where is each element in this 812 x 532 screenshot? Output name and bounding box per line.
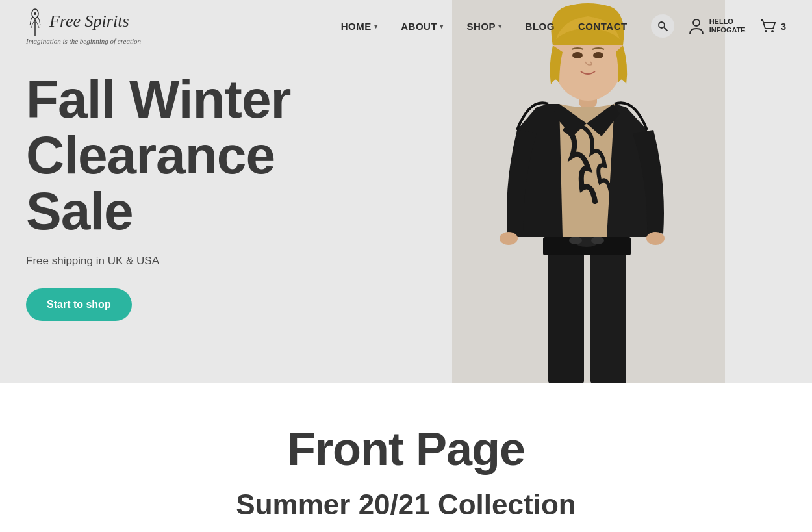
svg-point-17 xyxy=(572,52,583,58)
cart-count: 3 xyxy=(781,21,786,32)
svg-point-5 xyxy=(693,19,700,26)
chevron-down-icon: ▾ xyxy=(374,23,378,30)
svg-point-7 xyxy=(771,30,774,32)
hero-content: Fall Winter Clearance Sale Free shipping… xyxy=(0,58,447,334)
brand-name: Free Spirits xyxy=(49,12,129,31)
search-icon xyxy=(657,20,668,32)
nav-contact[interactable]: CONTACT xyxy=(578,21,628,32)
main-nav: HOME ▾ ABOUT ▾ SHOP ▾ BLOG CONTACT xyxy=(341,21,628,32)
site-header: Free Spirits Imagination is the beginnin… xyxy=(0,0,812,52)
svg-rect-10 xyxy=(590,247,626,383)
svg-point-13 xyxy=(569,236,582,244)
hero-section: Fall Winter Clearance Sale Free shipping… xyxy=(0,0,812,383)
model-illustration xyxy=(452,0,725,383)
logo-tagline: Imagination is the beginning of creation xyxy=(26,37,141,45)
svg-point-19 xyxy=(500,232,518,245)
chevron-down-icon: ▾ xyxy=(498,23,502,30)
svg-point-2 xyxy=(34,12,36,15)
svg-point-3 xyxy=(659,22,665,28)
search-button[interactable] xyxy=(651,14,674,38)
logo-icon xyxy=(26,7,44,36)
hero-subtitle: Free shipping in UK & USA xyxy=(26,255,421,268)
nav-blog[interactable]: BLOG xyxy=(526,21,555,32)
hero-title: Fall Winter Clearance Sale xyxy=(26,71,421,239)
logo-area: Free Spirits Imagination is the beginnin… xyxy=(26,7,141,45)
svg-point-18 xyxy=(593,52,603,58)
logo-title[interactable]: Free Spirits xyxy=(26,7,129,36)
collection-title: Summer 20/21 Collection xyxy=(26,488,786,521)
nav-home[interactable]: HOME ▾ xyxy=(341,21,378,32)
nav-about[interactable]: ABOUT ▾ xyxy=(401,21,443,32)
below-fold-section: Front Page Summer 20/21 Collection xyxy=(0,383,812,532)
svg-line-4 xyxy=(664,27,667,31)
svg-rect-9 xyxy=(548,247,584,383)
front-page-title: Front Page xyxy=(26,422,786,475)
svg-point-6 xyxy=(765,30,767,32)
shop-cta-button[interactable]: Start to shop xyxy=(26,288,132,321)
cart-icon xyxy=(759,17,777,35)
account-text: HELLO INFOGATE xyxy=(709,18,746,34)
account-button[interactable]: HELLO INFOGATE xyxy=(687,17,746,35)
nav-shop[interactable]: SHOP ▾ xyxy=(467,21,502,32)
svg-point-14 xyxy=(591,236,604,244)
user-icon xyxy=(687,17,705,35)
chevron-down-icon: ▾ xyxy=(440,23,444,30)
svg-point-20 xyxy=(646,232,665,245)
header-actions: HELLO INFOGATE 3 xyxy=(651,14,786,38)
cart-button[interactable]: 3 xyxy=(759,17,786,35)
